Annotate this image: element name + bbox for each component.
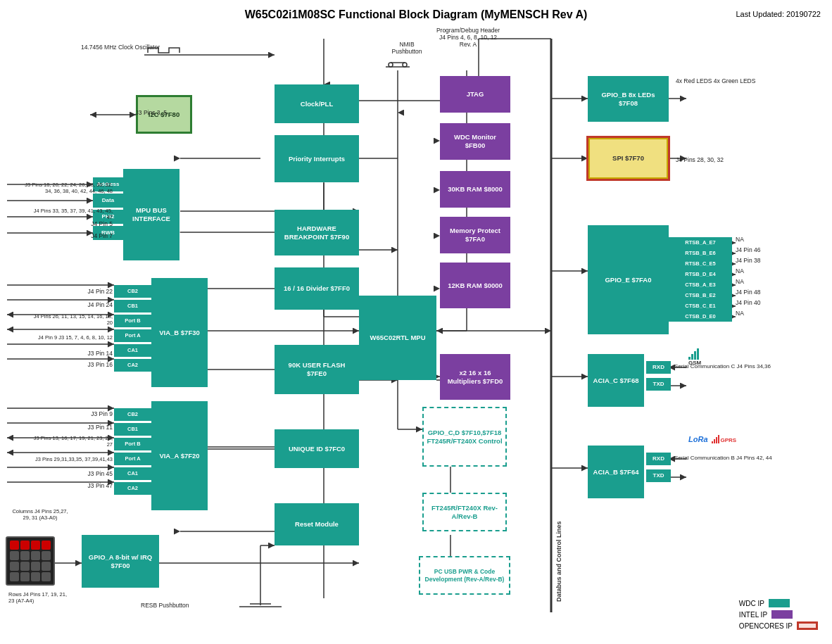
j4-pin-5: J4 Pin 5 [60, 220, 113, 227]
j4-pin-22: J4 Pin 22 [60, 288, 113, 295]
j4-pins-33-47: J4 Pins 33, 35, 37, 39, 41, 43, 45, 47 [32, 208, 113, 220]
rows-label: Rows J4 Pins 17, 19, 21, 23 (A7-A4) [8, 591, 72, 604]
gpio-e-ctsbb: CTSB_B_E2 [669, 290, 732, 301]
pc-usb-block: PC USB PWR & Code Development (Rev-A/Rev… [419, 556, 510, 595]
gpio-e-rtsba: RTSB_A_E7 [669, 237, 732, 248]
acia-b-block: ACIA_B $7F64 [588, 446, 644, 498]
j4-pin-40: J4 Pin 40 [736, 299, 760, 306]
clock-osc-label: 14.7456 MHz Clock Oscillator [81, 44, 160, 51]
columns-label: Columns J4 Pins 25,27, 29, 31 (A3-A0) [8, 508, 72, 521]
via-b-ca1: CA1 [114, 344, 151, 357]
via-a-porta: Port A [114, 453, 151, 465]
na1-label: NA [736, 236, 744, 243]
diagram-container: W65C02i1M08SC Functional Block Diagram (… [0, 0, 832, 644]
w65c02rtl-block: W65C02RTL MPU [359, 296, 436, 380]
legend-intel-color [771, 610, 793, 619]
j4-pin-7: J4 Pin 7 [60, 232, 113, 239]
via-a-ca1: CA1 [114, 467, 151, 480]
j4-pin-46: J4 Pin 46 [736, 246, 760, 253]
databus-label: Databus and Control Lines [553, 39, 565, 602]
j4-pins-2830-label: J4 Pins 28, 30, 32 [676, 156, 724, 163]
data-subblock: Data [93, 194, 123, 208]
j4-pin-48: J4 Pin 48 [736, 289, 760, 296]
acia-b-rxd: RXD [646, 453, 671, 465]
j3-pins-18-48: J3 Pins 18, 20, 22, 24, 26, 28, 30, 32, … [23, 182, 113, 194]
jtag-block: JTAG [440, 76, 510, 113]
last-updated: Last Updated: 20190722 [736, 10, 821, 18]
legend-intel: INTEL IP [739, 610, 818, 619]
acia-b-txd: TXD [646, 469, 671, 482]
flash-block: 90K USER FLASH $7FE0 [275, 345, 359, 394]
keyboard-icon [6, 536, 55, 586]
na4-label: NA [736, 310, 744, 317]
priority-interrupts-block: Priority Interrupts [275, 135, 359, 182]
ram12kb-block: 12KB RAM $0000 [440, 263, 510, 308]
hw-breakpoint-block: HARDWARE BREAKPOINT $7F90 [275, 210, 359, 255]
ram30kb-block: 30KB RAM $8000 [440, 171, 510, 208]
acia-c-txd: TXD [646, 378, 671, 391]
reset-module-block: Reset Module [275, 503, 359, 545]
j3-pin-45: J3 Pin 45 [60, 470, 113, 477]
gpio-e-rtsbc: RTSB_C_E5 [669, 258, 732, 269]
nmib-label: NMIB Pushbutton [386, 41, 428, 55]
j3-pin-11: J3 Pin 11 [60, 424, 113, 431]
serial-comm-b-label: Serial Communication B J4 Pins 42, 44 [674, 454, 772, 462]
j3-pin-9: J3 Pin 9 [60, 410, 113, 417]
gpio-e-rtsbB: RTSB_B_E6 [669, 248, 732, 258]
j3-pins-13-27: J3 Pins 13, 16, 17, 19, 21, 23, 25, 27 [32, 435, 113, 448]
mem-protect-block: Memory Protect $7FA0 [440, 217, 510, 253]
via-b-portb: Port B [114, 315, 151, 327]
via-a-portb: Port B [114, 438, 151, 450]
gpio-a-block: GPIO_A 8-bit w/ IRQ $7F00 [82, 535, 159, 588]
svg-point-5 [403, 63, 407, 67]
via-a-block: VIA_A $7F20 [151, 401, 208, 510]
wdc-monitor-block: WDC Monitor $FB00 [440, 123, 510, 160]
via-a-ca2: CA2 [114, 482, 151, 495]
clockpll-block: Clock/PLL [275, 84, 359, 123]
j4-pins-26-20: J4 Pins 26, 11, 13, 15, 14, 16, 18, 20 [28, 313, 113, 326]
via-b-cb1: CB1 [114, 300, 151, 312]
legend: WDC IP INTEL IP OPENCORES IP [739, 599, 818, 630]
gpio-e-rtsbd: RTSB_D_E4 [669, 269, 732, 279]
via-b-porta: Port A [114, 329, 151, 342]
ft245-block: FT245R/FT240X Rev-A/Rev-B [422, 493, 507, 531]
acia-c-rxd: RXD [646, 361, 671, 374]
lora-gprs-icons: LoRa GPRS [688, 435, 736, 443]
unique-id-block: UNIQUE ID $7FC0 [275, 429, 359, 468]
gpio-e-ctsbd: CTSB_D_E0 [669, 311, 732, 322]
legend-opencores: OPENCORES IP [739, 621, 818, 630]
program-header-label: Program/Debug Header J4 Pins 4, 6, 8, 10… [433, 27, 503, 48]
divider-block: 16 / 16 Divider $7FF0 [275, 267, 359, 310]
via-b-cb2: CB2 [114, 285, 151, 298]
j4-pin-38: J4 Pin 38 [736, 257, 760, 264]
serial-comm-c-label: Serial Communication C J4 Pins 34,36 [674, 362, 771, 370]
diagram-title: W65C02i1M08SC Functional Block Diagram (… [141, 8, 691, 21]
via-b-ca2: CA2 [114, 359, 151, 372]
mpu-bus-interface-block: MPU BUS INTERFACE [123, 169, 179, 260]
via-b-block: VIA_B $7F30 [151, 278, 208, 387]
via-a-cb1: CB1 [114, 423, 151, 436]
gpio-e-block: GPIO_E $7FA0 [588, 225, 669, 334]
gpio-cd-block: GPIO_C,D $7F10,$7F18 FT245R/FT240X Contr… [422, 407, 507, 467]
via-a-cb2: CB2 [114, 408, 151, 421]
j4-pin-9: J4 Pin 9 J3 15, 7, 4, 6, 8, 10, 12 [28, 334, 113, 341]
led-label: 4x Red LEDS 4x Green LEDS [676, 77, 755, 86]
j3-pin-16: J3 Pin 16 [60, 361, 113, 368]
svg-point-4 [389, 63, 393, 67]
j3-pins-29-43: J3 Pins 29,31,33,35, 37,39,41,43 [32, 456, 113, 462]
j3-pin-14: J3 Pin 14 [60, 350, 113, 357]
legend-wdc-color [769, 599, 790, 607]
gpio-b-block: GPIO_B 8x LEDs $7F08 [588, 76, 669, 122]
acia-c-block: ACIA_C $7F68 [588, 354, 644, 407]
legend-opencores-color [797, 621, 818, 630]
na2-label: NA [736, 267, 744, 274]
na3-label: NA [736, 278, 744, 285]
legend-wdc: WDC IP [739, 599, 818, 607]
j3-pin-47: J3 Pin 47 [60, 482, 113, 489]
j3-pins-35-label: J3 Pins 3, 5 [103, 109, 167, 116]
spi-block: SPI $7F70 [588, 137, 669, 179]
j4-pin-24: J4 Pin 24 [60, 301, 113, 308]
multipliers-block: x2 16 x 16 Multipliers $7FD0 [440, 354, 510, 400]
gpio-e-ctsbc: CTSB_C_E1 [669, 301, 732, 311]
resb-label: RESB Pushbutton [141, 602, 189, 609]
